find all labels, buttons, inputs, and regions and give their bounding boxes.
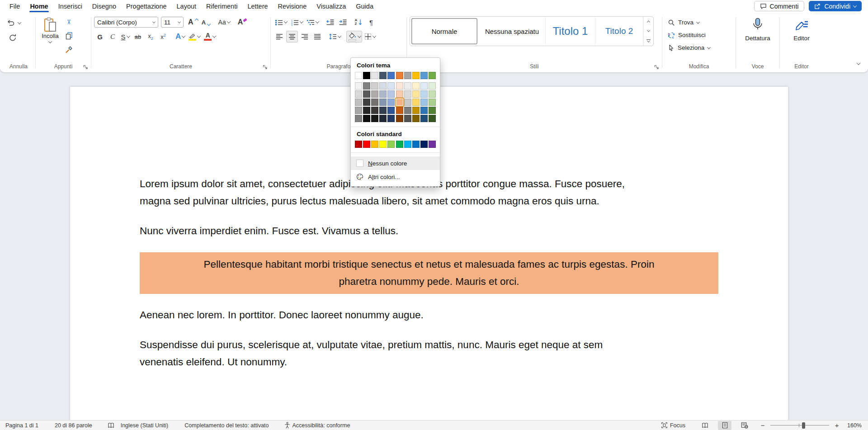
style-titolo-2[interactable]: Titolo 2 — [595, 17, 643, 46]
tab-lettere[interactable]: Lettere — [242, 0, 273, 12]
tab-layout[interactable]: Layout — [172, 0, 202, 12]
word-count[interactable]: 20 di 86 parole — [53, 421, 94, 430]
color-swatch[interactable] — [387, 82, 395, 90]
tab-disegno[interactable]: Disegno — [87, 0, 121, 12]
borders-button[interactable] — [363, 31, 377, 43]
strikethrough-button[interactable]: ab — [132, 31, 144, 43]
color-swatch[interactable] — [404, 99, 411, 106]
color-swatch[interactable] — [420, 90, 428, 98]
change-case-button[interactable]: Aa — [217, 16, 231, 28]
color-swatch[interactable] — [379, 115, 387, 122]
stili-dialog-launcher[interactable] — [653, 64, 660, 70]
style-normale[interactable]: Normale — [411, 18, 477, 44]
color-swatch[interactable] — [420, 141, 428, 148]
color-swatch[interactable] — [429, 115, 436, 122]
zoom-in-icon[interactable]: + — [834, 421, 840, 429]
color-swatch[interactable] — [429, 90, 436, 98]
justify-button[interactable] — [311, 31, 323, 43]
color-swatch[interactable] — [396, 115, 403, 122]
style-nessuna-spaziatura[interactable]: Nessuna spaziatu — [479, 17, 546, 46]
color-swatch[interactable] — [429, 72, 436, 79]
align-center-button[interactable] — [286, 31, 298, 43]
styles-scroll-down[interactable] — [644, 26, 653, 36]
color-swatch[interactable] — [412, 115, 420, 122]
color-swatch[interactable] — [363, 90, 370, 98]
style-titolo-1[interactable]: Titolo 1 — [546, 17, 595, 46]
color-swatch[interactable] — [396, 107, 403, 114]
cut-button[interactable]: ✂ — [63, 16, 75, 28]
web-layout-button[interactable] — [738, 421, 751, 430]
color-swatch[interactable] — [379, 72, 387, 79]
color-swatch[interactable] — [363, 82, 370, 90]
align-left-button[interactable] — [274, 31, 285, 43]
underline-button[interactable]: S — [119, 31, 131, 43]
zoom-level[interactable]: 160% — [845, 421, 863, 430]
subscript-button[interactable]: x2 — [145, 31, 156, 43]
carattere-dialog-launcher[interactable] — [262, 64, 268, 70]
highlight-button[interactable] — [187, 31, 202, 43]
color-swatch[interactable] — [379, 82, 387, 90]
color-swatch[interactable] — [379, 99, 387, 106]
no-color-option[interactable]: Nessun colore — [351, 156, 440, 170]
copy-button[interactable] — [63, 30, 75, 42]
color-swatch[interactable] — [420, 99, 428, 106]
color-swatch[interactable] — [355, 115, 362, 122]
bullets-button[interactable] — [274, 16, 288, 28]
format-painter-button[interactable] — [63, 43, 75, 55]
color-swatch[interactable] — [420, 82, 428, 90]
share-button[interactable]: Condividi — [809, 1, 862, 11]
numbering-button[interactable]: 123 — [289, 16, 304, 28]
shrink-font-button[interactable]: A — [200, 16, 212, 28]
color-swatch[interactable] — [396, 82, 403, 90]
color-swatch[interactable] — [363, 99, 370, 106]
color-swatch[interactable] — [371, 82, 378, 90]
zoom-out-icon[interactable]: − — [760, 421, 766, 429]
color-swatch[interactable] — [387, 107, 395, 114]
tab-progettazione[interactable]: Progettazione — [121, 0, 171, 12]
proofing-status[interactable] — [106, 421, 116, 430]
undo-button[interactable] — [5, 17, 16, 29]
print-layout-button[interactable] — [718, 421, 731, 430]
color-swatch[interactable] — [363, 107, 370, 114]
decrease-indent-button[interactable] — [324, 16, 336, 28]
clear-formatting-button[interactable]: A — [236, 16, 249, 28]
color-swatch[interactable] — [355, 82, 362, 90]
redo-button[interactable] — [7, 32, 19, 43]
color-swatch[interactable] — [396, 90, 403, 98]
find-button[interactable]: Trova — [665, 17, 713, 28]
grow-font-button[interactable]: A — [187, 16, 199, 28]
color-swatch[interactable] — [429, 99, 436, 106]
increase-indent-button[interactable] — [337, 16, 349, 28]
collapse-ribbon-button[interactable] — [857, 59, 860, 67]
shaded-paragraph[interactable]: Pellentesque habitant morbi tristique se… — [140, 252, 718, 294]
read-mode-button[interactable] — [698, 421, 712, 430]
tab-revisione[interactable]: Revisione — [273, 0, 312, 12]
color-swatch[interactable] — [429, 141, 436, 148]
paragraph[interactable]: Aenean nec lorem. In porttitor. Donec la… — [140, 307, 718, 324]
color-swatch[interactable] — [420, 107, 428, 114]
color-swatch[interactable] — [404, 115, 411, 122]
color-swatch[interactable] — [355, 90, 362, 98]
color-swatch[interactable] — [387, 90, 395, 98]
tab-riferimenti[interactable]: Riferimenti — [201, 0, 242, 12]
paragraph[interactable]: Suspendisse dui purus, scelerisque at, v… — [140, 336, 718, 371]
color-swatch[interactable] — [371, 107, 378, 114]
color-swatch[interactable] — [420, 72, 428, 79]
select-button[interactable]: Seleziona — [665, 42, 713, 53]
color-swatch[interactable] — [404, 107, 411, 114]
color-swatch[interactable] — [396, 72, 403, 79]
italic-button[interactable]: C — [107, 31, 118, 43]
color-swatch[interactable] — [387, 72, 395, 79]
color-swatch[interactable] — [371, 90, 378, 98]
color-swatch[interactable] — [371, 141, 378, 148]
styles-gallery-more[interactable] — [644, 36, 653, 46]
color-swatch[interactable] — [412, 107, 420, 114]
color-swatch[interactable] — [412, 72, 420, 79]
color-swatch[interactable] — [379, 90, 387, 98]
color-swatch[interactable] — [396, 99, 403, 106]
text-completion-status[interactable]: Completamento del testo: attivato — [183, 421, 270, 430]
color-swatch[interactable] — [355, 99, 362, 106]
color-swatch[interactable] — [363, 115, 370, 122]
tab-inserisci[interactable]: Inserisci — [53, 0, 87, 12]
color-swatch[interactable] — [387, 141, 395, 148]
